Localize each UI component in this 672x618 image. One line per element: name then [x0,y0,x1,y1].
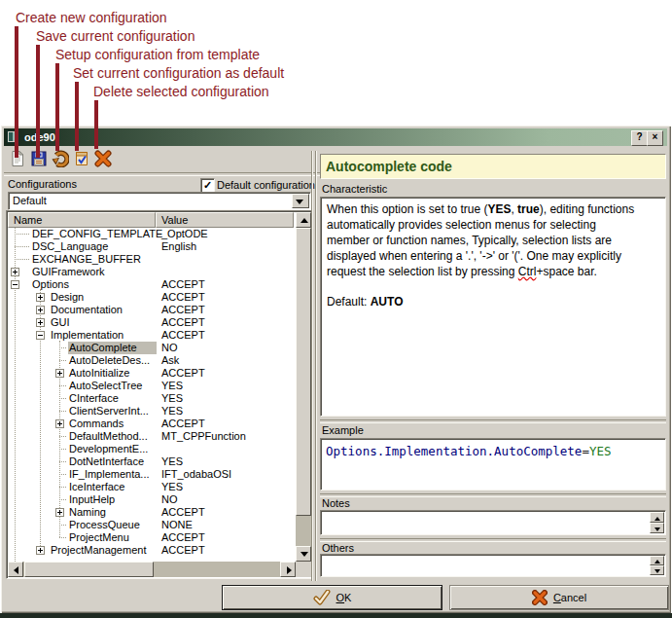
help-button[interactable]: ? [631,130,648,146]
tree-item-value: YES [161,405,183,417]
tree-row[interactable]: InputHelpNO [8,493,295,506]
tree-item-value: YES [161,392,183,404]
expand-icon[interactable] [11,268,19,276]
template-configuration-icon[interactable] [52,150,69,167]
scroll-down-icon[interactable] [650,523,664,533]
configuration-tree: Name Value DEF_CONFIG_TEMPLATE_OptODEDSC… [6,210,313,579]
horizontal-scrollbar[interactable] [8,562,296,577]
tree-row[interactable]: AutoInitializeACCEPT [8,367,295,380]
expand-icon[interactable] [55,508,64,517]
title-bar[interactable] [4,128,667,146]
scroll-down-icon[interactable] [296,546,311,562]
tree-row[interactable]: OptionsACCEPT [8,278,295,291]
pane-splitter[interactable] [311,151,312,581]
configuration-combobox[interactable]: Default [8,192,311,210]
others-scrollbar[interactable] [650,556,664,575]
annotation-save-current: Save current configuration [36,28,195,45]
tree-branch-line [59,537,66,539]
tree-item-name: DEF_CONFIG_TEMPLATE [32,228,162,239]
tree-row[interactable]: DotNetInterfaceYES [8,455,295,468]
scroll-right-icon[interactable] [280,562,296,577]
tree-row[interactable]: AutoSelectTreeYES [8,380,295,392]
pane-splitter[interactable] [315,151,316,581]
tree-row[interactable]: DefaultMethod...MT_CPPFunction [8,430,295,443]
column-header-value[interactable]: Value [156,212,294,228]
tree-row[interactable]: EXCHANGE_BUFFER [8,253,295,266]
tree-item-value: ACCEPT [161,531,205,543]
vertical-scrollbar[interactable] [296,212,311,562]
tree-row[interactable]: IF_Implementa...IFT_odabaOSI [8,468,295,481]
collapse-icon[interactable] [36,331,45,340]
tree-row[interactable]: ImplementationACCEPT [8,329,295,342]
tree-item-value: NO [161,342,178,353]
section-divider [320,538,666,542]
tree-item-name: GUIFramework [32,266,105,277]
tree-row[interactable]: GUIACCEPT [8,316,295,329]
collapse-icon[interactable] [11,280,19,289]
tree-row[interactable]: DesignACCEPT [8,291,295,304]
tree-row[interactable]: CommandsACCEPT [8,418,295,430]
ok-button[interactable]: OK [222,585,442,610]
expand-icon[interactable] [36,318,45,327]
tree-branch-line [59,385,66,387]
tree-item-value: ACCEPT [161,418,205,429]
tree-row[interactable]: ProjectManagementACCEPT [8,544,295,557]
scroll-left-icon[interactable] [8,562,23,577]
default-configuration-checkbox[interactable]: ✓ [200,178,215,193]
scrollbar-corner [296,562,311,577]
scroll-up-icon[interactable] [296,212,311,228]
characteristic-text: When this option is set to true (YES, tr… [320,197,666,417]
notes-field[interactable] [320,510,666,535]
scroll-down-icon[interactable] [650,565,664,575]
horizontal-scrollbar-thumb[interactable] [24,562,154,577]
tree-item-value: ACCEPT [161,304,205,315]
example-label: Example [322,424,364,436]
expand-icon[interactable] [55,419,64,428]
combobox-dropdown-button[interactable] [292,194,309,208]
cancel-button[interactable]: Cancel [449,585,669,610]
chevron-down-icon [296,200,303,204]
tree-item-value: Ask [161,354,179,366]
tree-row[interactable]: DSC_LanguageEnglish [8,240,295,253]
tree-item-value: ACCEPT [161,544,205,556]
tree-item-value: ACCEPT [161,316,205,328]
tree-item-name: Documentation [51,304,123,315]
annotation-create-new: Create new configuration [16,10,167,26]
tree-row[interactable]: AutoDeleteDes...Ask [8,354,295,367]
tree-item-value: YES [161,481,183,492]
tree-branch-line [15,259,29,261]
tree-item-name: DotNetInterface [69,455,144,467]
tree-row[interactable]: ClientServerInt...YES [8,405,295,418]
scroll-up-icon[interactable] [650,512,664,523]
scroll-up-icon[interactable] [650,556,664,565]
section-divider [320,493,666,497]
vertical-scrollbar-thumb[interactable] [296,228,311,516]
tree-row[interactable]: ProcessQueueNONE [8,519,295,531]
expand-icon[interactable] [55,369,64,378]
tree-row[interactable]: ProjectMenuACCEPT [8,531,295,544]
default-configuration-checkbox-label[interactable]: Default configuration [217,179,315,191]
close-button[interactable]: × [647,130,663,146]
tree-row[interactable]: GUIFramework [8,266,295,278]
notes-label: Notes [322,497,350,509]
expand-icon[interactable] [36,546,45,555]
tree-row[interactable]: DocumentationACCEPT [8,304,295,316]
expand-icon[interactable] [36,293,45,302]
tree-row[interactable]: NamingACCEPT [8,506,295,519]
tree-row[interactable]: DevelopmentE... [8,443,295,455]
tree-row[interactable]: DEF_CONFIG_TEMPLATE_OptODE [8,228,295,240]
default-configuration-icon[interactable] [73,150,90,167]
others-field[interactable] [320,554,666,577]
window-bottom-edge [0,613,672,618]
delete-configuration-icon[interactable] [94,150,112,167]
notes-scrollbar[interactable] [650,512,664,533]
tree-row[interactable]: CInterfaceYES [8,392,295,405]
tree-branch-line [15,246,29,248]
column-header-name[interactable]: Name [8,212,156,228]
tree-item-name: DevelopmentE... [69,443,148,454]
expand-icon[interactable] [36,306,45,314]
tree-branch-line [59,411,66,413]
tree-item-value: IFT_odabaOSI [161,468,231,480]
tree-row[interactable]: IceInterfaceYES [8,481,295,493]
tree-row[interactable]: AutoCompleteNO [8,342,295,354]
